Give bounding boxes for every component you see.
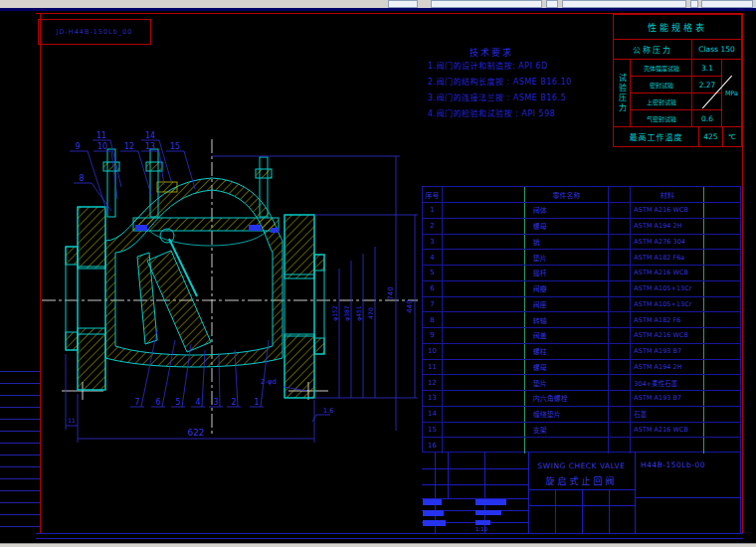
toolbar-dropdown-fragment[interactable] [388,0,418,8]
frame-bottom-outer [36,538,743,539]
toolbar-combobox-fragment[interactable] [701,0,753,8]
part-name: 支架 [525,423,610,438]
part-row: 1阀体ASTM A216 WCB [423,203,740,219]
part-blank [609,235,631,250]
part-row: 11螺母ASTM A194 2H [423,360,740,376]
toolbar-combobox-fragment[interactable] [562,0,686,8]
part-row: 5摇杆ASTM A216 WCB [423,266,740,281]
test-row-label: 密封试验 [631,77,692,93]
part-name: 转轴 [525,312,610,327]
part-blank [443,438,525,454]
part-row: 7阀座ASTM A105+13Cr [423,297,740,313]
dim-height: 740 [387,286,395,299]
callout: 4 [195,398,200,407]
header-blank [704,187,740,202]
part-blank [609,328,631,343]
test-row-value: 3.1 [692,60,722,77]
selected-field-highlight[interactable] [475,499,506,505]
toolbar-button-fragment[interactable] [546,0,558,8]
nominal-pressure-value: Class 150 [692,40,741,59]
part-material: ASTM A105+13Cr [631,297,704,312]
header-blank [443,187,525,202]
part-blank [704,266,740,280]
title-block-line [635,453,636,533]
callout: 14 [145,131,155,140]
right-flange [284,215,324,398]
part-name: 阀盖 [525,328,610,343]
title-block-line [448,453,449,498]
bonnet-bracket [157,182,177,192]
part-material: ASTM A276 304 [631,235,704,250]
part-blank [704,344,740,359]
part-material: ASTM A194 2H [631,219,704,234]
part-blank [609,438,631,454]
part-blank [609,423,631,438]
part-row: 4垫片ASTM A182 F6a [423,250,740,266]
part-material: ASTM A193 B7 [631,344,704,359]
callout: 5 [175,398,180,407]
drawing-title-cn: 旋启式止回阀 [528,474,635,487]
cad-viewport: JD-H44B-150Lb_00 技术要求 1.阀门的设计和制造按: API 6… [0,0,756,547]
title-block-line [609,489,610,533]
selected-field-highlight[interactable] [475,520,490,525]
part-blank [704,312,740,327]
callout: 12 [124,142,134,151]
statusbar-strip [0,543,756,547]
part-name: 垫片 [525,250,610,265]
part-row: 9阀盖ASTM A216 WCB [423,328,740,344]
part-blank [443,423,525,438]
part-blank [704,375,740,390]
part-blank [609,266,631,280]
max-temp-label: 最高工作温度 [614,127,699,146]
swing-disc-assembly [137,229,211,352]
left-flange [66,207,105,390]
part-name: 阀座 [525,297,610,312]
drawing-file-label-text: JD-H44B-150Lb_00 [57,28,133,36]
part-blank [704,407,740,422]
part-blank [609,203,631,218]
callout: 10 [97,142,107,151]
part-name: 缠绕垫片 [525,407,610,422]
part-material: ASTM A105+13Cr [631,281,704,296]
header-name: 零件名称 [525,187,610,202]
part-blank [443,344,525,359]
part-name: 螺母 [525,219,610,234]
part-blank [609,297,631,312]
part-material: ASTM A182 F6 [631,312,704,327]
part-name: 阀体 [525,203,610,218]
callout: 6 [155,398,160,407]
part-row: 16 [423,438,740,454]
part-blank [609,281,631,296]
part-row: 13内六角螺栓ASTM A193 B7 [423,391,740,407]
selected-field-highlight[interactable] [475,510,501,515]
drawing-number: H44B-150Lb-00 [641,460,705,469]
part-blank [443,360,525,375]
spec-title: 性能规格表 [614,15,741,40]
part-blank [609,219,631,234]
part-row: 2螺母ASTM A194 2H [423,219,740,235]
nominal-pressure-label: 公称压力 [614,40,692,59]
callout: 9 [75,142,80,151]
part-material [631,438,704,454]
toolbar-divider [0,8,756,11]
dim-finish: 1.6 [323,407,333,415]
note-line: 1.阀门的设计和制造按: API 6D [428,59,637,75]
part-row: 10螺柱ASTM A193 B7 [423,344,740,360]
part-name: 销 [525,235,610,250]
part-row: 8转轴ASTM A182 F6 [423,312,740,328]
callout: 7 [134,398,139,407]
toolbar-combobox-fragment[interactable] [431,0,542,8]
note-line: 3.阀门的连接法兰按 : ASME B16.5 [428,91,637,106]
part-row: 6阀瓣ASTM A105+13Cr [423,281,740,297]
drawing-title: SWING CHECK VALVE 旋启式止回阀 [528,453,635,487]
part-blank [704,391,740,406]
part-blank [443,266,525,280]
toolbar-button-fragment[interactable] [690,0,698,8]
part-blank [609,250,631,265]
valve-drawing: 622 11 1.6 2-φd 740 440 φ152 φ387 φ451 4… [30,109,428,537]
part-material: ASTM A182 F6a [631,250,704,265]
test-pressure-label: 试验压力 [614,60,631,126]
part-blank [443,312,525,327]
pressure-unit: MPa [722,60,741,126]
note-line: 4.阀门的检验和试验按 : API 598 [428,106,637,122]
